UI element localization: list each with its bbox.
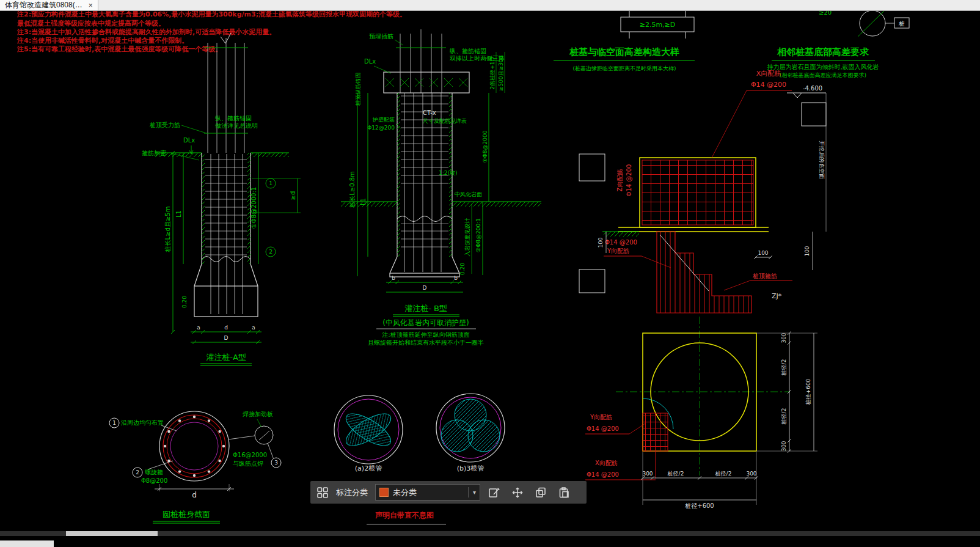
tab-title: 体育馆改造建筑0808(… xyxy=(5,0,82,10)
elevation-value: -4.600 xyxy=(803,85,822,92)
heading-1: 桩基与临空面高差构造大样 xyxy=(569,46,679,57)
dim: 300 xyxy=(781,441,787,451)
slope-label: 1:2(坡) xyxy=(439,170,458,176)
dim: d xyxy=(224,325,228,331)
dim: 100 xyxy=(804,246,810,256)
wall-spec: Φ12@200 xyxy=(367,125,395,131)
anchor-note: 纵、箍筋锚固 xyxy=(215,115,252,122)
top-bar-label: 桩顶受力筋 xyxy=(149,122,180,128)
dim: D xyxy=(224,335,229,341)
drawing-canvas[interactable]: 注2:预应力构件混凝土中最大氯离子含量为0.06%,最小水泥用量为300kg/m… xyxy=(0,0,980,547)
dim: a xyxy=(197,325,200,331)
heading-2: 相邻桩基底部高差要求 xyxy=(777,46,869,57)
scrollbar-thumb[interactable] xyxy=(66,531,158,536)
dim: 桩径/2 xyxy=(781,408,787,425)
heading-2-sub1: 持力层为岩石且面为倾斜时,嵌固入风化岩 xyxy=(767,64,879,70)
fig-pipe-details: (a)2根管 (b)3根管 xyxy=(334,394,505,472)
taskbar-sliver xyxy=(0,540,54,547)
dim-total: 桩径+600 xyxy=(684,502,714,509)
tab-close-button[interactable]: × xyxy=(89,1,93,10)
circled-number: 3 xyxy=(274,460,278,466)
wall-label: 护壁配筋 xyxy=(372,117,395,123)
fig-round-section: 1 沿周边均匀布置 焊接加劲板 Φ16@2000 与纵筋点焊 3 2 螺旋箍 Φ… xyxy=(109,411,281,523)
y-rebar-spec: Φ14 @200 xyxy=(605,239,637,246)
category-dropdown[interactable]: 未分类 ▾ xyxy=(375,484,480,501)
y-rebar-label: Y向配筋 xyxy=(590,414,612,420)
spiral-spec: Φ8@200 xyxy=(141,477,167,484)
chevron-down-icon[interactable]: ▾ xyxy=(468,487,476,497)
dim: ②Φ8@200:1 xyxy=(475,218,481,252)
round-section-caption: 圆桩桩身截面 xyxy=(163,510,210,519)
general-notes: 注2:预应力构件混凝土中最大氯离子含量为0.06%,最小水泥用量为300kg/m… xyxy=(16,10,406,53)
dim-depth: ≥d xyxy=(290,191,296,200)
dim: ①Φ8@2000 xyxy=(482,130,488,163)
paste-button[interactable] xyxy=(555,483,573,502)
title-bar: 体育馆改造建筑0808(… × xyxy=(0,0,980,11)
fig-a-caption: 灌注桩-A型 xyxy=(206,353,246,362)
note-line: 注2:预应力构件混凝土中最大氯离子含量为0.06%,最小水泥用量为300kg/m… xyxy=(16,10,406,18)
move-button[interactable] xyxy=(508,483,527,502)
document-tab[interactable]: 体育馆改造建筑0808(… × xyxy=(0,0,98,10)
dim-total: 桩径+600 xyxy=(805,378,811,405)
dim-d: d xyxy=(192,491,197,499)
dim: 桩径/2 xyxy=(715,471,732,477)
circled-number: 1 xyxy=(269,180,272,186)
dim-l1: L1 xyxy=(360,198,367,205)
dim: 300 xyxy=(746,471,756,477)
fig-b-note1: 注:桩顶箍筋延伸至纵向钢筋顶面 xyxy=(382,331,469,338)
dim: 100 xyxy=(598,237,604,248)
embed-label: 预埋插筋 xyxy=(369,33,393,40)
fig-b-note2: 且螺旋箍开始和结束有水平段不小于一圈半 xyxy=(368,339,484,346)
horizontal-scrollbar[interactable] xyxy=(0,531,980,536)
gap-detail: ≥2.5m,≥D ≥20 桩 xyxy=(621,8,909,39)
x-rebar-label: X向配筋 xyxy=(756,70,781,78)
anchor-note: 纵、箍筋锚固 xyxy=(450,48,486,54)
dlx-label: DLx xyxy=(364,58,376,65)
x-rebar-label: X向配筋 xyxy=(595,460,618,466)
dim-spiral: ①Φ8@2000:1 xyxy=(250,187,257,229)
rebar-spec2: 与纵筋点焊 xyxy=(233,460,263,467)
z-rebar-label: Z向配筋 xyxy=(616,169,623,192)
pipe-b-label: (b)3根管 xyxy=(457,464,485,472)
watermark: 声明自带直不息图 xyxy=(367,511,446,524)
zj-tag: ZJ* xyxy=(772,292,782,300)
hoop-label: 桩顶箍筋 xyxy=(752,273,777,279)
copy-button[interactable] xyxy=(532,483,550,502)
dim: D xyxy=(423,285,427,291)
anchor-note2: 双排以上时两侧三排 xyxy=(450,55,505,62)
note-line: 注4:当使用非碱活性骨料时,对混凝土中碱含量不作限制。 xyxy=(16,37,188,45)
fig-pile-type-a: 纵、箍筋锚固 做法详见总说明 桩顶受力筋 箍筋加密 DLx a d xyxy=(142,33,301,365)
dim: 桩径/2 xyxy=(781,359,787,376)
circled-number: 2 xyxy=(136,469,139,475)
y-rebar-spec: Φ14 @200 xyxy=(587,425,619,432)
circled-number: 1 xyxy=(112,420,116,426)
rock-label: 中风化岩面 xyxy=(455,191,482,197)
dim: 300 xyxy=(642,471,653,477)
dim-pile-length: 桩长L≥d且≥5m xyxy=(164,207,171,253)
grid-icon[interactable] xyxy=(316,486,329,499)
anchor-length-label: 桩顶纵筋锚固 xyxy=(355,73,361,106)
note-line: 注3:当混凝土中加入活性掺合料或能提高耐久性的外加剂时,可适当降低最小水泥用量。 xyxy=(16,28,276,36)
ct-note: 尺寸及配筋见详表 xyxy=(423,118,467,124)
dim: 0.20 xyxy=(459,263,466,275)
heading-1-sub: (桩基边缘距临空面距离不足时采用本大样) xyxy=(572,65,676,72)
pile-tag: 桩 xyxy=(898,20,905,27)
note-line: 注5:当有可靠工程经验时,表中混凝土最低强度等级可降低一个等级。 xyxy=(16,45,222,53)
dim: ≥500且≥30d xyxy=(498,56,504,91)
x-rebar-spec: Φ14 @200 xyxy=(751,81,786,89)
dim: 300 xyxy=(781,332,787,343)
annotation-toolbar: 标注分类 未分类 ▾ xyxy=(310,481,587,504)
category-value: 未分类 xyxy=(393,487,464,498)
dim-rock-depth: 入岩深度见设计 xyxy=(464,218,470,257)
dlx-label: DLx xyxy=(183,137,195,144)
dim: 0.20 xyxy=(181,296,188,308)
ct-label: CT-x xyxy=(423,109,436,116)
fig-b-caption2: (中风化基岩内可取消护壁) xyxy=(382,318,469,327)
sheet-headings: 桩基与临空面高差构造大样 (桩基边缘距临空面距离不足时采用本大样) 相邻桩基底部… xyxy=(554,46,879,78)
fig-b-caption: 灌注桩- B型 xyxy=(404,304,447,313)
dim: a xyxy=(252,325,255,331)
cliff-label: 开挖后的临空面 xyxy=(819,141,825,179)
edit-button[interactable] xyxy=(485,483,503,502)
x-rebar-spec: Φ14 @200 xyxy=(587,471,619,478)
pipe-a-label: (a)2根管 xyxy=(355,464,382,472)
